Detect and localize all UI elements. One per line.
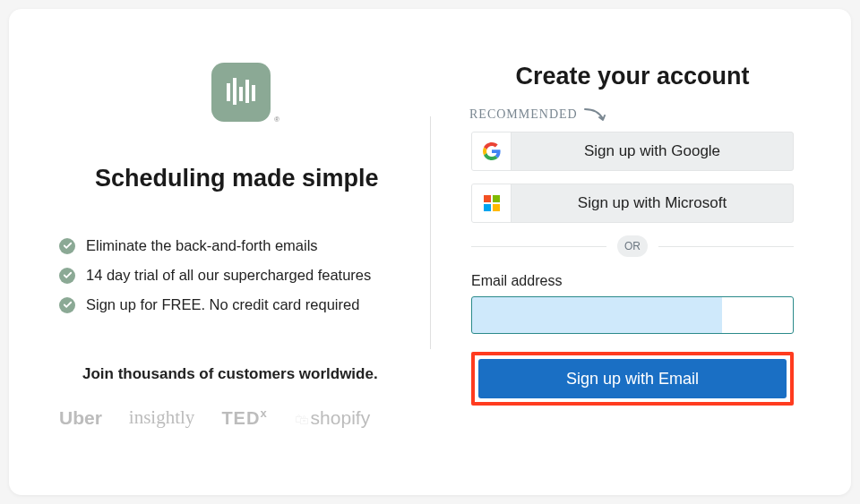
marketing-panel: ® Scheduling made simple Eliminate the b… [9, 9, 439, 495]
benefit-text: Eliminate the back-and-forth emails [86, 237, 318, 254]
benefit-text: 14 day trial of all our supercharged fea… [86, 267, 371, 284]
svg-rect-3 [245, 80, 249, 103]
microsoft-icon [472, 184, 512, 223]
svg-rect-5 [484, 195, 491, 202]
registered-mark: ® [274, 115, 280, 124]
svg-rect-4 [252, 85, 255, 101]
signup-microsoft-button[interactable]: Sign up with Microsoft [471, 184, 794, 223]
social-proof-text: Join thousands of customers worldwide. [82, 365, 400, 383]
or-divider: OR [471, 235, 794, 257]
svg-rect-6 [493, 195, 500, 202]
signup-email-button[interactable]: Sign up with Email [478, 359, 787, 398]
svg-rect-7 [484, 204, 491, 211]
signup-form-panel: Create your account Recommended Sign up … [439, 9, 851, 495]
google-button-label: Sign up with Google [512, 142, 793, 160]
svg-rect-8 [493, 204, 500, 211]
email-label: Email address [471, 273, 794, 289]
check-icon [59, 297, 75, 313]
svg-rect-1 [233, 78, 236, 105]
check-icon [59, 268, 75, 284]
signup-google-button[interactable]: Sign up with Google [471, 132, 794, 171]
shopify-logo: shopify [295, 407, 371, 429]
uber-logo: Uber [59, 407, 102, 429]
or-badge: OR [617, 235, 648, 257]
check-icon [59, 238, 75, 254]
benefit-text: Sign up for FREE. No credit card require… [86, 296, 359, 313]
signup-card: ® Scheduling made simple Eliminate the b… [9, 9, 851, 495]
benefit-item: Sign up for FREE. No credit card require… [59, 296, 400, 313]
microsoft-button-label: Sign up with Microsoft [512, 194, 793, 212]
email-field[interactable] [471, 296, 794, 334]
arrow-icon [583, 107, 608, 123]
headline: Scheduling made simple [95, 165, 400, 192]
bars-icon [223, 74, 259, 110]
benefit-item: 14 day trial of all our supercharged fea… [59, 267, 400, 284]
svg-rect-0 [227, 83, 230, 101]
recommended-label: Recommended [469, 107, 794, 123]
benefits-list: Eliminate the back-and-forth emails 14 d… [59, 237, 400, 313]
tedx-logo: TEDx [221, 406, 267, 429]
svg-rect-2 [239, 87, 243, 101]
google-icon [472, 132, 512, 171]
customer-logos-row: Uber insightly TEDx shopify [59, 406, 400, 429]
form-heading: Create your account [471, 63, 794, 90]
benefit-item: Eliminate the back-and-forth emails [59, 237, 400, 254]
highlight-box: Sign up with Email [471, 352, 794, 406]
recommended-text: Recommended [469, 107, 578, 122]
insightly-logo: insightly [129, 406, 195, 429]
app-logo: ® [211, 63, 271, 122]
